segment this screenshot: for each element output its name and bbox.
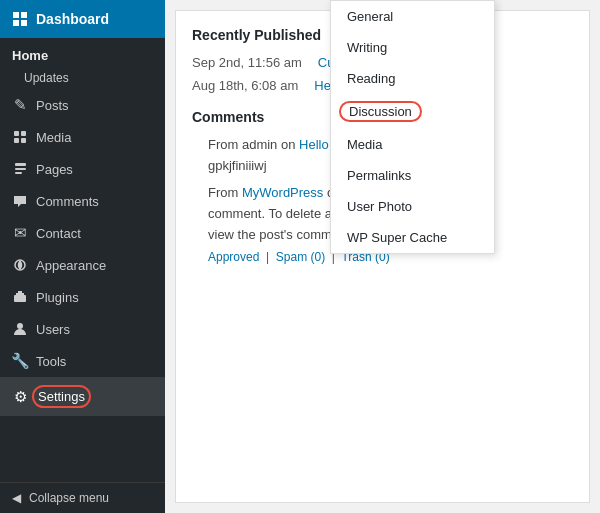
sidebar-item-settings[interactable]: ⚙ Settings [0, 377, 165, 416]
sidebar-item-plugins[interactable]: Plugins [0, 281, 165, 313]
media-icon [12, 129, 28, 145]
comment2-from-link[interactable]: MyWordPress [242, 185, 323, 200]
dropdown-item-media[interactable]: Media [331, 129, 494, 160]
svg-point-16 [17, 323, 23, 329]
dropdown-item-discussion[interactable]: Discussion [331, 94, 494, 129]
settings-dropdown: General Writing Reading Discussion Media… [330, 0, 495, 254]
sidebar-item-contact[interactable]: ✉ Contact [0, 217, 165, 249]
svg-rect-4 [14, 131, 19, 136]
sidebar-item-comments[interactable]: Comments [0, 185, 165, 217]
sidebar-item-label: Appearance [36, 258, 106, 273]
main-content: General Writing Reading Discussion Media… [165, 0, 600, 513]
published-date-0: Sep 2nd, 11:56 am [192, 55, 302, 70]
collapse-menu[interactable]: ◀ Collapse menu [0, 482, 165, 513]
dropdown-item-wp-super-cache[interactable]: WP Super Cache [331, 222, 494, 253]
sidebar-item-label: Pages [36, 162, 73, 177]
approved-action[interactable]: Approved [208, 250, 259, 264]
pages-icon [12, 161, 28, 177]
dropdown-item-writing[interactable]: Writing [331, 32, 494, 63]
sidebar-header[interactable]: Dashboard [0, 0, 165, 38]
sidebar-item-label: Contact [36, 226, 81, 241]
dropdown-item-general[interactable]: General [331, 1, 494, 32]
svg-rect-3 [21, 20, 27, 26]
sidebar-item-label: Comments [36, 194, 99, 209]
sidebar-header-label: Dashboard [36, 11, 109, 27]
svg-rect-6 [14, 138, 19, 143]
collapse-icon: ◀ [12, 491, 21, 505]
sidebar-item-media[interactable]: Media [0, 121, 165, 153]
sidebar-item-pages[interactable]: Pages [0, 153, 165, 185]
sidebar-home[interactable]: Home [0, 38, 165, 67]
svg-rect-8 [15, 163, 26, 166]
sidebar-item-label: Plugins [36, 290, 79, 305]
svg-rect-7 [21, 138, 26, 143]
svg-rect-1 [21, 12, 27, 18]
posts-icon: ✎ [12, 97, 28, 113]
sidebar-item-tools[interactable]: 🔧 Tools [0, 345, 165, 377]
svg-rect-0 [13, 12, 19, 18]
users-icon [12, 321, 28, 337]
dropdown-item-reading[interactable]: Reading [331, 63, 494, 94]
contact-icon: ✉ [12, 225, 28, 241]
dropdown-item-user-photo[interactable]: User Photo [331, 191, 494, 222]
tools-icon: 🔧 [12, 353, 28, 369]
settings-label: Settings [32, 385, 91, 408]
comments-icon [12, 193, 28, 209]
spam-action[interactable]: Spam (0) [276, 250, 325, 264]
sidebar-item-label: Media [36, 130, 71, 145]
svg-rect-14 [16, 293, 18, 296]
svg-rect-5 [21, 131, 26, 136]
sidebar-item-label: Users [36, 322, 70, 337]
appearance-icon [12, 257, 28, 273]
sidebar-item-users[interactable]: Users [0, 313, 165, 345]
sidebar-item-label: Tools [36, 354, 66, 369]
svg-rect-9 [15, 168, 26, 170]
svg-rect-15 [22, 293, 24, 296]
sidebar-updates[interactable]: Updates [0, 67, 165, 89]
svg-rect-10 [15, 172, 22, 174]
discussion-ring: Discussion [339, 101, 422, 122]
sidebar-item-label: Posts [36, 98, 69, 113]
settings-icon: ⚙ [12, 389, 28, 405]
dropdown-item-permalinks[interactable]: Permalinks [331, 160, 494, 191]
svg-rect-2 [13, 20, 19, 26]
published-date-1: Aug 18th, 6:08 am [192, 78, 298, 93]
sidebar: Dashboard Home Updates ✎ Posts Media [0, 0, 165, 513]
plugins-icon [12, 289, 28, 305]
sidebar-item-posts[interactable]: ✎ Posts [0, 89, 165, 121]
svg-rect-13 [14, 295, 26, 302]
sidebar-item-appearance[interactable]: Appearance [0, 249, 165, 281]
dashboard-icon [12, 11, 28, 27]
